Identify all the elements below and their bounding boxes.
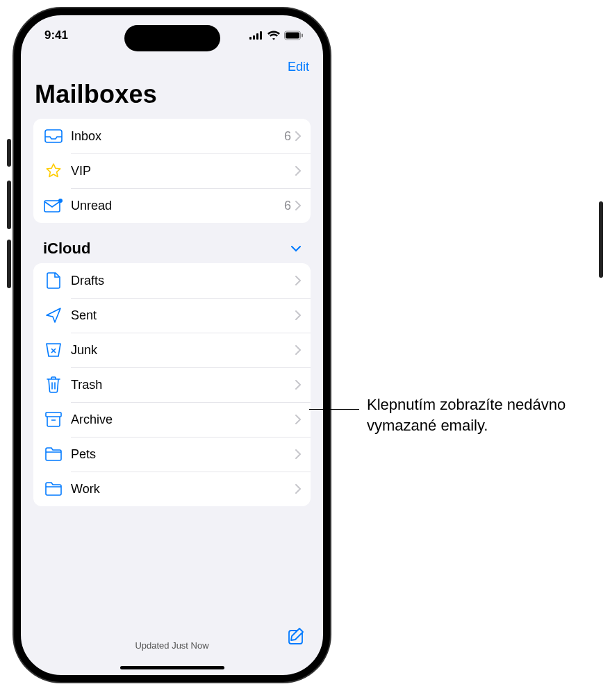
- mailbox-row-trash[interactable]: Trash: [33, 367, 311, 402]
- iphone-frame: 9:41 Edit Mailboxes Inbox 6 VIP: [14, 8, 330, 682]
- mailbox-label: Junk: [71, 343, 295, 358]
- nav-bar: Edit: [21, 56, 323, 74]
- mailbox-label: Drafts: [71, 274, 295, 288]
- svg-rect-6: [302, 34, 303, 38]
- edit-button[interactable]: Edit: [288, 60, 309, 74]
- home-indicator: [120, 666, 224, 669]
- mailbox-icloud-group: Drafts Sent Junk Trash: [33, 263, 311, 506]
- svg-rect-7: [45, 130, 62, 142]
- chevron-right-icon: [295, 166, 301, 176]
- svg-rect-0: [249, 37, 252, 40]
- mailbox-label: Sent: [71, 308, 295, 323]
- status-time: 9:41: [44, 28, 68, 42]
- junk-icon: [43, 340, 64, 360]
- mailbox-label: VIP: [71, 164, 295, 178]
- chevron-down-icon: [291, 246, 301, 252]
- page-title: Mailboxes: [21, 74, 323, 119]
- mailbox-label: Inbox: [71, 129, 284, 144]
- mailbox-label: Trash: [71, 378, 295, 392]
- mailbox-row-inbox[interactable]: Inbox 6: [33, 119, 311, 153]
- chevron-right-icon: [295, 131, 301, 141]
- callout-text: Klepnutím zobrazíte nedávno vymazané ema…: [367, 394, 603, 435]
- chevron-right-icon: [295, 380, 301, 390]
- compose-button[interactable]: [287, 626, 306, 648]
- mailbox-row-pets[interactable]: Pets: [33, 437, 311, 472]
- chevron-right-icon: [295, 415, 301, 424]
- svg-rect-5: [286, 33, 299, 39]
- trash-icon: [43, 374, 64, 395]
- section-title: iCloud: [43, 240, 90, 258]
- svg-rect-10: [46, 412, 61, 417]
- bottom-toolbar: Updated Just Now: [21, 615, 323, 675]
- mailbox-row-work[interactable]: Work: [33, 472, 311, 506]
- mailbox-row-vip[interactable]: VIP: [33, 153, 311, 188]
- archive-icon: [43, 409, 64, 430]
- section-header-icloud[interactable]: iCloud: [21, 223, 323, 263]
- folder-icon: [43, 444, 64, 465]
- mailbox-count: 6: [284, 199, 291, 213]
- mailbox-label: Archive: [71, 412, 295, 427]
- mailbox-row-unread[interactable]: Unread 6: [33, 188, 311, 223]
- compose-icon: [287, 626, 306, 646]
- mailbox-top-group: Inbox 6 VIP Unread 6: [33, 119, 311, 223]
- chevron-right-icon: [295, 276, 301, 285]
- unread-icon: [43, 195, 64, 216]
- chevron-right-icon: [295, 449, 301, 459]
- svg-rect-3: [260, 31, 262, 40]
- mailbox-label: Unread: [71, 199, 284, 213]
- dynamic-island: [124, 25, 220, 51]
- wifi-icon: [267, 31, 280, 40]
- battery-icon: [284, 31, 304, 40]
- mailbox-label: Work: [71, 482, 295, 497]
- mailbox-count: 6: [284, 129, 291, 144]
- sync-status: Updated Just Now: [135, 640, 208, 651]
- inbox-icon: [43, 126, 64, 147]
- mailbox-row-drafts[interactable]: Drafts: [33, 263, 311, 298]
- chevron-right-icon: [295, 345, 301, 355]
- mailbox-label: Pets: [71, 447, 295, 462]
- svg-rect-1: [253, 35, 255, 40]
- chevron-right-icon: [295, 484, 301, 494]
- svg-point-9: [58, 199, 63, 203]
- folder-icon: [43, 478, 64, 499]
- svg-rect-8: [44, 201, 60, 212]
- sent-icon: [43, 305, 64, 326]
- mailbox-row-sent[interactable]: Sent: [33, 298, 311, 333]
- chevron-right-icon: [295, 201, 301, 210]
- drafts-icon: [43, 270, 64, 291]
- star-icon: [43, 160, 64, 181]
- chevron-right-icon: [295, 310, 301, 320]
- mailbox-row-junk[interactable]: Junk: [33, 333, 311, 367]
- svg-rect-2: [256, 33, 258, 40]
- mailbox-row-archive[interactable]: Archive: [33, 402, 311, 437]
- cellular-icon: [249, 31, 263, 40]
- callout-line: [309, 409, 359, 410]
